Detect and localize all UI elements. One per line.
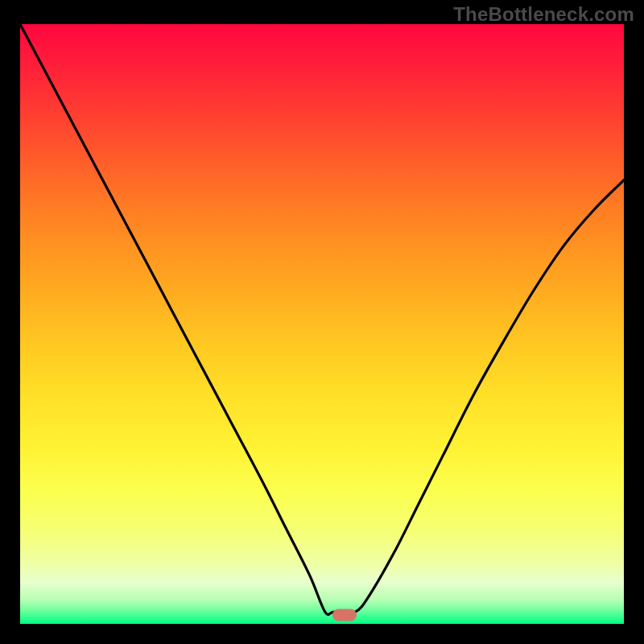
plot-area	[20, 24, 624, 624]
optimum-marker	[332, 609, 357, 621]
bottleneck-curve	[20, 24, 624, 624]
chart-frame: TheBottleneck.com	[0, 0, 644, 644]
watermark-label: TheBottleneck.com	[453, 3, 634, 26]
